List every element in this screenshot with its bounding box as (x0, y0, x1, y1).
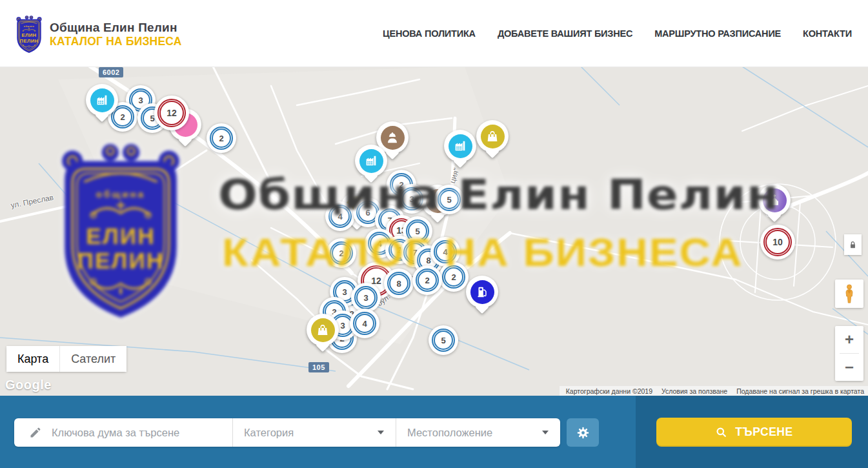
cluster-count: 4 (434, 240, 457, 263)
cluster-marker[interactable]: 2 (207, 123, 236, 153)
cluster-marker[interactable]: 2 (327, 238, 356, 268)
cluster-count: 3 (400, 187, 423, 210)
nav-item-pricing[interactable]: ЦЕНОВА ПОЛИТИКА (383, 28, 476, 39)
search-box: Категория Местоположение (14, 418, 560, 447)
cluster-marker[interactable]: 8 (384, 269, 414, 298)
keyword-section (14, 418, 232, 447)
search-button[interactable]: ТЪРСЕНЕ (656, 418, 852, 447)
cluster-count: 10 (763, 228, 792, 256)
zoom-out-button[interactable]: − (835, 354, 863, 381)
worker-icon (381, 126, 405, 150)
maptype-map-button[interactable]: Карта (6, 346, 59, 372)
location-select-value: Местоположение (407, 427, 492, 439)
cluster-marker[interactable]: 12 (154, 96, 189, 130)
brand-text: Община Елин Пелин КАТАЛОГ НА БИЗНЕСА (50, 21, 182, 48)
header: Община Елин Пелин КАТАЛОГ НА БИЗНЕСА ЦЕН… (0, 0, 868, 67)
cluster-count: 8 (387, 272, 410, 295)
church-pin-marker[interactable] (758, 184, 791, 216)
brand-crest-logo (14, 14, 45, 54)
brand-title: Община Елин Пелин (50, 21, 182, 35)
map-attribution: Картографски данни ©2019 Условия за полз… (560, 386, 868, 396)
chevron-down-icon (542, 431, 549, 434)
google-logo[interactable]: Google (5, 378, 52, 392)
cluster-count: 5 (432, 329, 455, 352)
keyword-input[interactable] (50, 426, 232, 440)
pegman-icon (842, 283, 856, 304)
factory-pin-marker[interactable] (444, 130, 476, 162)
cluster-count: 12 (157, 99, 186, 127)
fuel-icon (470, 280, 494, 304)
church-icon (763, 188, 787, 212)
cluster-count: 4 (353, 312, 376, 335)
padlock-icon (848, 240, 858, 250)
cluster-marker[interactable]: 5 (429, 325, 458, 355)
factory-pin-marker[interactable] (86, 84, 118, 116)
nav-item-route-schedule[interactable]: МАРШРУТНО РАЗПИСАНИЕ (654, 28, 781, 39)
road-badge: 105 (308, 362, 329, 372)
cluster-marker[interactable]: 2 (412, 265, 442, 295)
cluster-marker[interactable]: 3 (397, 184, 427, 214)
road-badge: 6002 (99, 67, 123, 77)
gear-icon (576, 426, 590, 440)
settings-button[interactable] (567, 418, 599, 447)
cluster-count: 5 (438, 188, 461, 211)
cluster-count: 2 (330, 241, 353, 265)
cluster-count: 2 (442, 265, 465, 289)
nav-item-add-business[interactable]: ДОБАВЕТЕ ВАШИЯТ БИЗНЕС (498, 28, 632, 39)
main-nav: ЦЕНОВА ПОЛИТИКА ДОБАВЕТЕ ВАШИЯТ БИЗНЕС М… (383, 0, 852, 66)
lock-button[interactable] (844, 234, 862, 255)
cluster-count: 4 (328, 205, 352, 228)
search-bar: Категория Местоположение (0, 396, 868, 468)
attribution-report-link[interactable]: Подаване на сигнал за грешка в картата (736, 387, 864, 395)
category-select-value: Категория (244, 427, 294, 439)
cluster-marker[interactable]: 5 (434, 185, 464, 214)
cluster-count: 3 (354, 286, 378, 309)
attribution-terms-link[interactable]: Условия за ползване (661, 387, 727, 395)
category-select[interactable]: Категория (232, 418, 396, 447)
cluster-count: 2 (210, 127, 233, 150)
cluster-count: 2 (416, 269, 439, 292)
pegman-button[interactable] (835, 280, 863, 308)
search-icon (715, 426, 727, 438)
factory-pin-marker[interactable] (355, 145, 387, 177)
search-button-label: ТЪРСЕНЕ (735, 425, 792, 439)
chevron-down-icon (378, 431, 384, 434)
bag-pin-marker[interactable] (476, 120, 509, 152)
map-canvas[interactable]: 6002105ул. Преславбул. „Новоселция"32512… (0, 66, 868, 396)
pencil-icon (29, 426, 42, 439)
factory-icon (359, 149, 383, 173)
nav-item-contacts[interactable]: КОНТАКТИ (803, 28, 852, 39)
cluster-marker[interactable]: 10 (760, 225, 795, 259)
zoom-in-button[interactable]: + (835, 326, 863, 353)
brand-subtitle: КАТАЛОГ НА БИЗНЕСА (50, 35, 182, 48)
factory-icon (449, 134, 472, 158)
cluster-marker[interactable]: 4 (350, 309, 379, 338)
maptype-control: Карта Сателит (6, 346, 126, 372)
bag-pin-marker[interactable] (307, 314, 339, 346)
cluster-marker[interactable]: 4 (325, 201, 355, 231)
cluster-marker[interactable]: 2 (439, 262, 469, 292)
bag-icon (481, 125, 505, 148)
zoom-control: + − (835, 326, 863, 381)
brand[interactable]: Община Елин Пелин КАТАЛОГ НА БИЗНЕСА (14, 14, 182, 54)
maptype-satellite-button[interactable]: Сателит (59, 346, 126, 372)
factory-icon (90, 88, 114, 112)
fuel-pin-marker[interactable] (466, 276, 498, 308)
page: 6002105ул. Преславбул. „Новоселция"32512… (0, 0, 868, 468)
location-select[interactable]: Местоположение (396, 418, 560, 447)
bag-icon (311, 318, 335, 342)
attribution-copyright: Картографски данни ©2019 (566, 387, 652, 395)
